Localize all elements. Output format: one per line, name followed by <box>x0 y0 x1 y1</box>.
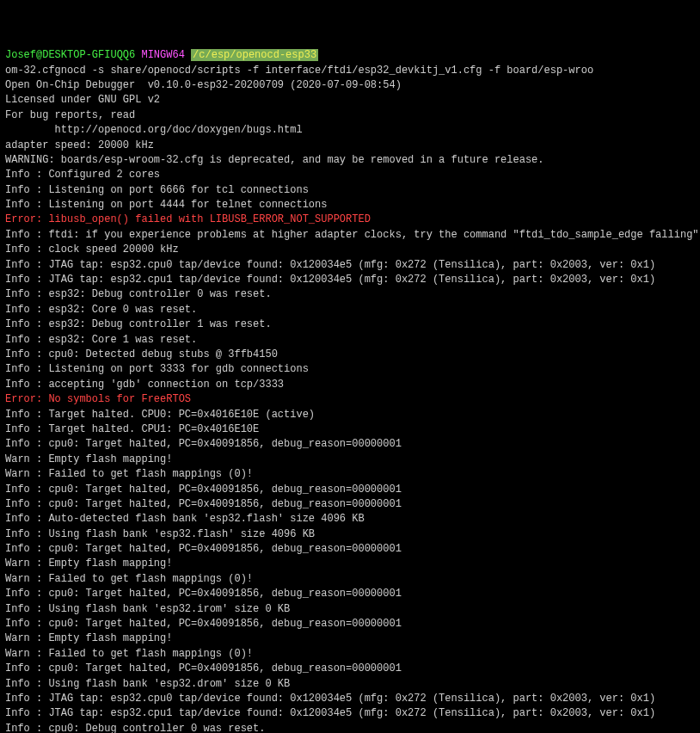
log-line: Info : cpu0: Target halted, PC=0x4009185… <box>5 587 695 601</box>
log-line: Info : ftdi: if you experience problems … <box>5 228 695 243</box>
log-line: Warn : Empty flash mapping! <box>5 631 695 646</box>
command-line: om-32.cfgnocd -s share/openocd/scripts -… <box>5 64 695 78</box>
log-line: Info : Using flash bank 'esp32.drom' siz… <box>5 677 695 692</box>
log-line: Info : cpu0: Target halted, PC=0x4009185… <box>5 617 695 631</box>
header-line: http://openocd.org/doc/doxygen/bugs.html <box>5 123 695 138</box>
warning-line: WARNING: boards/esp-wroom-32.cfg is depr… <box>5 153 695 168</box>
log-line: Warn : Empty flash mapping! <box>5 557 695 571</box>
log-line: Info : JTAG tap: esp32.cpu1 tap/device f… <box>5 706 695 721</box>
terminal-output[interactable]: Josef@DESKTOP-GFIUQQ6 MINGW64 /c/esp/ope… <box>5 48 695 733</box>
log-line: Info : accepting 'gdb' connection on tcp… <box>5 378 695 392</box>
prompt-line: Josef@DESKTOP-GFIUQQ6 MINGW64 /c/esp/ope… <box>5 48 695 63</box>
header-line: For bug reports, read <box>5 108 695 123</box>
header-line: adapter speed: 20000 kHz <box>5 139 695 153</box>
log-line: Info : esp32: Debug controller 1 was res… <box>5 317 695 332</box>
log-line: Info : Configured 2 cores <box>5 168 695 182</box>
log-line: Info : cpu0: Target halted, PC=0x4009185… <box>5 662 695 676</box>
log-line: Info : JTAG tap: esp32.cpu0 tap/device f… <box>5 258 695 273</box>
prompt-path: /c/esp/openocd-esp33 <box>191 49 318 61</box>
prompt-shell: MINGW64 <box>141 49 184 61</box>
log-line: Info : cpu0: Target halted, PC=0x4009185… <box>5 483 695 497</box>
header-line: Licensed under GNU GPL v2 <box>5 93 695 108</box>
log-error-line: Error: No symbols for FreeRTOS <box>5 392 695 407</box>
log-line: Warn : Empty flash mapping! <box>5 453 695 467</box>
log-line: Info : cpu0: Target halted, PC=0x4009185… <box>5 437 695 452</box>
log-line: Info : esp32: Debug controller 0 was res… <box>5 287 695 302</box>
prompt-user: Josef@DESKTOP-GFIUQQ6 <box>5 49 135 61</box>
log-line: Info : Using flash bank 'esp32.flash' si… <box>5 527 695 542</box>
header-line: Open On-Chip Debugger v0.10.0-esp32-2020… <box>5 78 695 93</box>
log-line: Info : cpu0: Target halted, PC=0x4009185… <box>5 497 695 512</box>
log-line: Info : cpu0: Target halted, PC=0x4009185… <box>5 542 695 557</box>
log-line: Info : Auto-detected flash bank 'esp32.f… <box>5 512 695 527</box>
log-line: Info : Using flash bank 'esp32.irom' siz… <box>5 602 695 617</box>
log-line: Info : JTAG tap: esp32.cpu1 tap/device f… <box>5 273 695 287</box>
log-line: Warn : Failed to get flash mappings (0)! <box>5 647 695 662</box>
log-line: Info : Listening on port 4444 for telnet… <box>5 198 695 213</box>
log-line: Info : Target halted. CPU0: PC=0x4016E10… <box>5 408 695 422</box>
log-line: Info : Target halted. CPU1: PC=0x4016E10… <box>5 422 695 437</box>
log-line: Info : clock speed 20000 kHz <box>5 243 695 257</box>
log-line: Info : cpu0: Debug controller 0 was rese… <box>5 722 695 733</box>
log-error-line: Error: libusb_open() failed with LIBUSB_… <box>5 213 695 227</box>
log-line: Info : esp32: Core 1 was reset. <box>5 333 695 348</box>
log-prefix: Error: libusb_open() failed with LIBUSB_… <box>5 213 371 225</box>
log-line: Info : JTAG tap: esp32.cpu0 tap/device f… <box>5 692 695 706</box>
log-line: Info : Listening on port 6666 for tcl co… <box>5 183 695 198</box>
log-line: Warn : Failed to get flash mappings (0)! <box>5 572 695 587</box>
log-line: Info : Listening on port 3333 for gdb co… <box>5 362 695 377</box>
log-prefix: Error: No symbols for FreeRTOS <box>5 393 191 405</box>
log-line: Warn : Failed to get flash mappings (0)! <box>5 467 695 482</box>
log-line: Info : esp32: Core 0 was reset. <box>5 303 695 317</box>
log-line: Info : cpu0: Detected debug stubs @ 3ffb… <box>5 348 695 362</box>
